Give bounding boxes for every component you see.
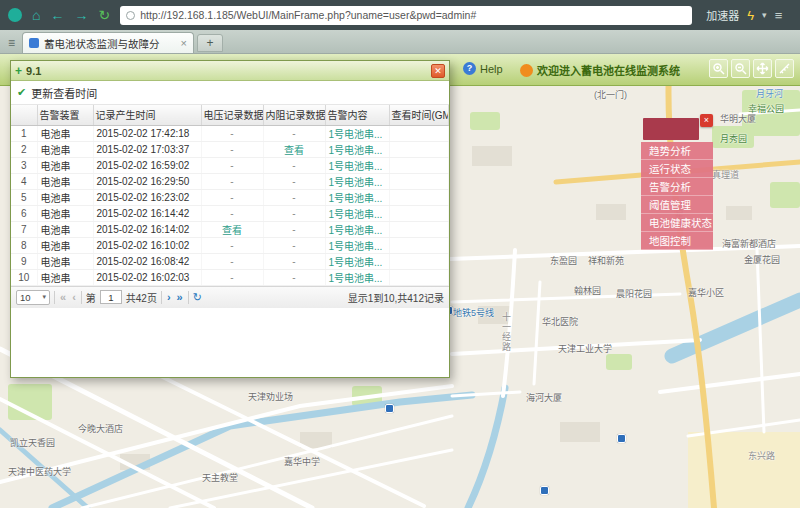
alarm-content-link[interactable]: 1号电池串...	[329, 225, 383, 236]
menu-item-map-control[interactable]: 地图控制	[641, 232, 713, 250]
menu-item-alarm-analysis[interactable]: 告警分析	[641, 178, 713, 196]
forward-arrow-icon[interactable]: →	[74, 8, 88, 22]
last-page-button[interactable]: »	[176, 292, 184, 303]
content-cell: 1号电池串...	[325, 205, 389, 221]
alarm-content-link[interactable]: 1号电池串...	[329, 193, 383, 204]
page-number-input[interactable]	[100, 290, 122, 304]
time-cell: 2015-02-02 16:14:02	[93, 221, 201, 237]
zoom-out-tool-icon[interactable]	[731, 59, 750, 78]
col-header-device[interactable]: 告警装置	[37, 105, 93, 125]
page-label-prefix: 第	[86, 290, 96, 305]
alarm-content-link[interactable]: 1号电池串...	[329, 129, 383, 140]
alarm-content-link[interactable]: 1号电池串...	[329, 161, 383, 172]
zoom-in-tool-icon[interactable]	[709, 59, 728, 78]
tab-battery-monitor[interactable]: 蓄电池状态监测与故障分 ×	[22, 32, 194, 53]
chevron-down-icon[interactable]: ▾	[762, 10, 767, 20]
map-toolbar	[709, 59, 794, 78]
alarm-content-link[interactable]: 1号电池串...	[329, 257, 383, 268]
first-page-button[interactable]: «	[59, 292, 67, 303]
time-cell: 2015-02-02 16:02:03	[93, 269, 201, 285]
table-row[interactable]: 1 电池串 2015-02-02 17:42:18 - - 1号电池串...	[11, 125, 449, 141]
view-time-cell	[389, 125, 449, 141]
voltage-cell: -	[201, 269, 263, 285]
table-row[interactable]: 4 电池串 2015-02-02 16:29:50 - - 1号电池串...	[11, 173, 449, 189]
table-row[interactable]: 5 电池串 2015-02-02 16:23:02 - - 1号电池串...	[11, 189, 449, 205]
map-label: 月秀园	[720, 132, 747, 145]
question-icon: ?	[463, 62, 476, 75]
menu-item-trend-analysis[interactable]: 趋势分析	[641, 142, 713, 160]
dialog-toolbar: ✔ 更新查看时间	[11, 81, 449, 105]
alarm-content-link[interactable]: 1号电池串...	[329, 177, 383, 188]
row-number-cell: 4	[11, 173, 37, 189]
alarm-content-link[interactable]: 1号电池串...	[329, 273, 383, 284]
table-row[interactable]: 10 电池串 2015-02-02 16:02:03 - - 1号电池串...	[11, 269, 449, 285]
map-label: 晨阳花园	[616, 287, 652, 300]
help-button[interactable]: ? Help	[463, 62, 503, 75]
popup-close-button[interactable]: ×	[700, 114, 713, 127]
table-row[interactable]: 9 电池串 2015-02-02 16:08:42 - - 1号电池串...	[11, 253, 449, 269]
back-arrow-icon[interactable]: ←	[50, 8, 64, 22]
tab-list-icon[interactable]: ≡	[4, 36, 19, 53]
alarm-content-link[interactable]: 1号电池串...	[329, 241, 383, 252]
map-label: 海富新都酒店	[722, 237, 776, 250]
dialog-close-button[interactable]: ✕	[431, 64, 445, 78]
map-label: 华明大厦	[720, 112, 756, 125]
alarm-content-link[interactable]: 1号电池串...	[329, 209, 383, 220]
view-record-link[interactable]: 查看	[222, 225, 242, 236]
pan-tool-icon[interactable]	[753, 59, 772, 78]
table-row[interactable]: 3 电池串 2015-02-02 16:59:02 - - 1号电池串...	[11, 157, 449, 173]
device-cell: 电池串	[37, 237, 93, 253]
map-label: 嘉华中学	[284, 455, 320, 468]
menu-item-battery-health[interactable]: 电池健康状态	[641, 214, 713, 232]
col-header-view-time[interactable]: 查看时间(GMT)	[389, 105, 449, 125]
page-content: (北一门) 月牙河 幸福公园 华明大厦 月秀园 真理道 红星路 海富新都酒店 金…	[0, 54, 800, 508]
dialog-title: 9.1	[26, 65, 427, 77]
voltage-cell: -	[201, 173, 263, 189]
time-cell: 2015-02-02 17:42:18	[93, 125, 201, 141]
menu-item-threshold-mgmt[interactable]: 阈值管理	[641, 196, 713, 214]
table-row[interactable]: 7 电池串 2015-02-02 16:14:02 查看 - 1号电池串...	[11, 221, 449, 237]
table-row[interactable]: 8 电池串 2015-02-02 16:10:02 - - 1号电池串...	[11, 237, 449, 253]
update-view-time-button[interactable]: 更新查看时间	[31, 85, 97, 101]
page-size-select[interactable]: 10 ▾	[16, 290, 50, 305]
device-cell: 电池串	[37, 125, 93, 141]
view-time-cell	[389, 173, 449, 189]
map-label: 天主教堂	[202, 471, 238, 484]
resistance-cell: -	[263, 125, 325, 141]
next-page-button[interactable]: ›	[166, 292, 172, 303]
time-cell: 2015-02-02 16:29:50	[93, 173, 201, 189]
row-number-cell: 5	[11, 189, 37, 205]
url-input[interactable]	[140, 9, 686, 21]
prev-page-button[interactable]: ‹	[71, 292, 77, 303]
col-header-voltage[interactable]: 电压记录数据	[201, 105, 263, 125]
table-row[interactable]: 2 电池串 2015-02-02 17:03:37 - 查看 1号电池串...	[11, 141, 449, 157]
map-label: 地铁5号线	[453, 306, 494, 319]
home-icon[interactable]: ⌂	[32, 8, 40, 22]
alarm-content-link[interactable]: 1号电池串...	[329, 145, 383, 156]
browser-logo-icon[interactable]	[8, 8, 22, 22]
resistance-cell: -	[263, 237, 325, 253]
device-cell: 电池串	[37, 253, 93, 269]
row-number-cell: 1	[11, 125, 37, 141]
refresh-icon[interactable]: ↻	[98, 8, 110, 22]
view-record-link[interactable]: 查看	[284, 145, 304, 156]
menu-item-running-status[interactable]: 运行状态	[641, 160, 713, 178]
new-tab-button[interactable]: +	[197, 34, 223, 52]
browser-menu-icon[interactable]: ≡	[775, 8, 783, 23]
address-bar[interactable]	[120, 6, 692, 25]
table-row[interactable]: 6 电池串 2015-02-02 16:14:42 - - 1号电池串...	[11, 205, 449, 221]
tab-close-icon[interactable]: ×	[181, 37, 187, 49]
tab-title: 蓄电池状态监测与故障分	[44, 36, 176, 51]
dialog-titlebar[interactable]: + 9.1 ✕	[11, 61, 449, 81]
voltage-cell: -	[201, 205, 263, 221]
col-header-time[interactable]: 记录产生时间	[93, 105, 201, 125]
map-label: 十一经路	[500, 312, 513, 352]
col-header-resistance[interactable]: 内阻记录数据	[263, 105, 325, 125]
accelerator-button[interactable]: 加速器	[706, 7, 739, 23]
lightning-icon[interactable]: ϟ	[747, 8, 754, 23]
col-header-content[interactable]: 告警内容	[325, 105, 389, 125]
measure-tool-icon[interactable]	[775, 59, 794, 78]
refresh-grid-icon[interactable]: ↻	[193, 291, 202, 304]
col-header-index[interactable]	[11, 105, 37, 125]
map-label: 华北医院	[542, 315, 578, 328]
